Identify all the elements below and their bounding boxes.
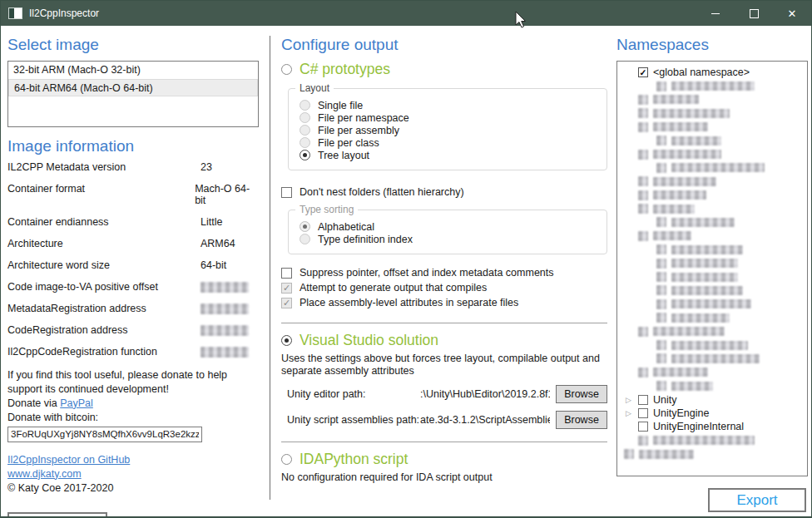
file-per-class-radio[interactable] [300,137,310,148]
image-list-item[interactable]: 64-bit ARM64 (Mach-O 64-bit) [8,79,258,96]
tree-layout-label: Tree layout [318,150,369,161]
footer-links: Il2CppInspector on GitHub www.djkaty.com… [7,453,259,496]
attempt-to-generate-output-t-checkbox[interactable]: ✓ [281,283,292,294]
redacted-namespace-label [671,218,735,227]
namespace-checkbox[interactable]: ✓ [638,67,648,77]
redacted-namespace-label [671,313,730,323]
section-divider-2 [281,442,607,442]
minimize-button[interactable] [696,1,735,26]
browse-script-button[interactable]: Browse [556,411,607,429]
image-list-item[interactable]: 32-bit ARM (Mach-O 32-bit) [8,62,258,79]
redacted-namespace-checkbox [656,259,666,269]
attempt-to-generate-output-t-label: Attempt to generate output that compiles [300,282,487,294]
namespace-checkbox[interactable] [638,395,648,405]
csharp-prototypes-label: C# prototypes [300,61,390,78]
namespace-row [617,324,807,338]
namespace-row [617,256,807,269]
unity-script-path-row: Unity script assemblies path: ate.3d-3.1… [281,411,607,429]
place-assembly-level-attribu-checkbox[interactable]: ✓ [281,298,292,308]
flatten-hierarchy-option: Don't nest folders (flatten hierarchy) [281,185,607,200]
visual-studio-description: Uses the settings above but forces tree … [281,353,607,377]
output-checkbox-row: ✓Attempt to generate output that compile… [281,280,607,295]
info-value: 23 [201,162,212,174]
namespace-row [617,175,807,188]
redacted-namespace-checkbox [638,95,648,105]
redacted-namespace-label [671,382,713,391]
redacted-namespace-label [671,136,721,146]
expander-icon[interactable]: ▷ [626,409,638,417]
namespaces-panel: Namespaces ✓<global namespace>▷Unity▷Uni… [616,32,808,512]
don-t-nest-folders-flatten-h-checkbox[interactable] [281,187,292,198]
namespace-row [617,229,807,243]
info-label: IL2CPP Metadata version [7,162,201,174]
redacted-namespace-checkbox [656,340,666,350]
namespace-row [617,79,807,92]
copyright-text: © Katy Coe 2017-2020 [7,482,113,494]
maximize-button[interactable] [735,1,773,26]
redacted-namespace-checkbox [656,81,666,91]
info-label: Code image-to-VA positive offset [7,282,201,294]
redacted-namespace-checkbox [638,436,648,446]
namespace-checkbox[interactable] [638,422,648,432]
tree-layout-radio[interactable] [300,150,310,160]
redacted-namespace-label [653,205,695,214]
redacted-namespace-label [653,190,706,200]
layout-group: Layout Single fileFile per namespaceFile… [288,88,607,170]
unity-editor-path-value: :\Unity\Hub\Editor\2019.2.8f1 [420,388,550,400]
namespace-row [617,161,807,175]
alphabetical-radio[interactable] [300,221,310,232]
redacted-namespace-checkbox [638,231,648,241]
layout-options: Single fileFile per namespaceFile per as… [300,99,598,161]
unity-script-path-value: ate.3d-3.1.2\ScriptAssemblies [420,414,550,426]
redacted-namespace-checkbox [656,353,666,363]
idapython-radio[interactable] [281,454,292,465]
redacted-namespace-checkbox [656,313,666,323]
namespace-row [617,366,807,379]
info-value: Mach-O 64-bit [195,184,259,206]
redacted-namespace-checkbox [638,150,648,160]
info-label: Architecture word size [7,260,201,272]
file-per-namespace-option: File per namespace [300,111,598,124]
namespace-row [617,298,807,311]
namespace-row [617,189,807,202]
namespace-label: UnityEngine [653,407,709,419]
namespace-row [617,243,807,256]
donate-via-label: Donate via [7,397,60,409]
type-definition-index-radio[interactable] [300,234,310,244]
redacted-namespace-checkbox [638,122,648,132]
namespace-label: UnityEngineInternal [653,421,744,432]
info-label: Il2CppCodeRegistration function [7,347,201,358]
file-per-namespace-radio[interactable] [300,112,310,123]
website-link[interactable]: www.djkaty.com [7,468,82,480]
image-listbox[interactable]: 32-bit ARM (Mach-O 32-bit)64-bit ARM64 (… [7,61,259,127]
namespace-label: <global namespace> [653,67,750,78]
file-per-assembly-radio[interactable] [300,125,310,136]
github-link[interactable]: Il2CppInspector on GitHub [7,454,130,466]
maximize-icon [750,9,759,18]
export-button[interactable]: Export [708,488,806,512]
browse-editor-button[interactable]: Browse [556,385,607,403]
close-button[interactable]: ✕ [773,1,811,26]
redacted-namespace-checkbox [656,217,666,227]
namespaces-listbox[interactable]: ✓<global namespace>▷Unity▷UnityEngineUni… [616,61,808,476]
back-button[interactable]: << Back [7,512,107,518]
redacted-namespace-label [653,231,691,240]
single-file-radio[interactable] [300,100,310,111]
bitcoin-address-field[interactable] [7,427,202,442]
redacted-namespace-label [671,163,765,172]
info-value: ARM64 [201,239,235,250]
panel-divider [270,36,270,500]
suppress-pointer-offset-and--checkbox[interactable] [281,268,292,279]
visual-studio-radio[interactable] [281,335,292,346]
namespace-checkbox[interactable] [638,408,648,418]
csharp-prototypes-option: C# prototypes [281,61,607,78]
namespace-row [617,447,807,461]
redacted-namespace-label [653,368,708,377]
alphabetical-label: Alphabetical [318,221,374,233]
paypal-link[interactable]: PayPal [60,397,93,409]
csharp-prototypes-radio[interactable] [281,64,292,75]
namespaces-heading: Namespaces [616,36,808,54]
expander-icon[interactable]: ▷ [626,396,638,404]
namespace-row [617,352,807,365]
namespace-row [617,270,807,284]
